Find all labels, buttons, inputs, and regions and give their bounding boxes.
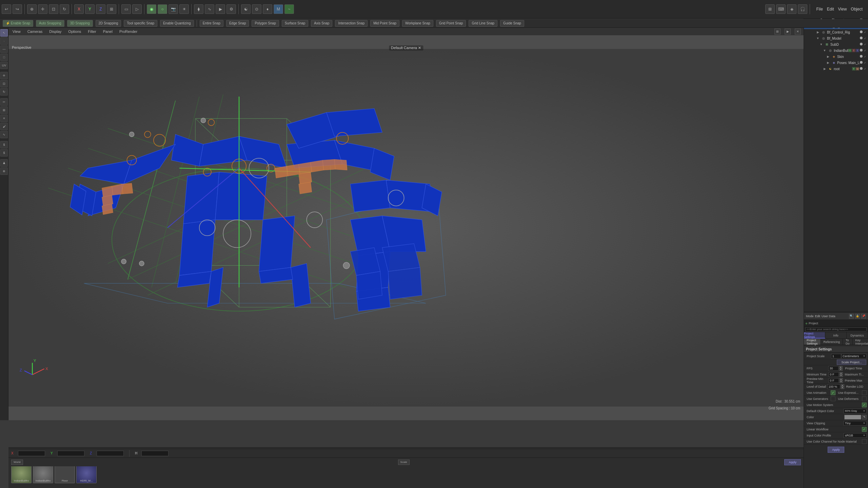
- lock-icon[interactable]: 🔒: [855, 314, 860, 319]
- dynamics-tab[interactable]: Dynamics: [847, 332, 868, 339]
- vis-dot-9[interactable]: [860, 61, 863, 64]
- character-button[interactable]: ☯: [241, 4, 251, 14]
- x-input[interactable]: [18, 451, 45, 456]
- use-deformers-check[interactable]: [862, 396, 867, 401]
- camera-button[interactable]: 📷: [169, 4, 178, 14]
- extrude-tool[interactable]: ⊞: [0, 106, 8, 114]
- tree-item-bullfrog-null[interactable]: ▼ ◎ IndianBullfrog T T T ✓: [804, 47, 868, 54]
- edge-mode-tool[interactable]: —: [0, 45, 8, 53]
- rotate-button[interactable]: ↻: [60, 4, 69, 14]
- tree-item-root[interactable]: ▶ ☯ root T W ✓: [804, 66, 868, 72]
- linear-workflow-check[interactable]: ✓: [862, 427, 867, 432]
- render-dot-5[interactable]: ✓: [863, 37, 867, 40]
- project-scale-input[interactable]: 1: [831, 354, 841, 359]
- z-axis-button[interactable]: Z: [96, 4, 105, 14]
- spline-button[interactable]: ∿: [205, 4, 214, 14]
- object-button[interactable]: ◉: [147, 4, 156, 14]
- y-input[interactable]: [57, 451, 84, 456]
- userdata-tab[interactable]: User Data: [822, 314, 835, 318]
- hair-button[interactable]: ~: [284, 4, 294, 14]
- rectangle-select-button[interactable]: ▭: [121, 4, 131, 14]
- min-time-input[interactable]: 0 F: [829, 372, 839, 377]
- viewport[interactable]: View Cameras Display Options Filter Pane…: [8, 28, 804, 420]
- axis-snap-button[interactable]: Axis Snap: [311, 20, 332, 27]
- viewport-close-button[interactable]: ✕: [795, 28, 801, 35]
- cursor-tool[interactable]: ↖: [0, 29, 8, 37]
- world-coord-button[interactable]: World: [11, 460, 23, 465]
- subtab-project-settings[interactable]: Project Settings: [804, 339, 821, 345]
- surface-snap-button[interactable]: Surface Snap: [282, 20, 309, 27]
- panel-menu-item[interactable]: Panel: [102, 29, 114, 34]
- file-menu[interactable]: File: [815, 7, 824, 12]
- poly-mode-tool[interactable]: □: [0, 54, 8, 61]
- render-dot-9[interactable]: ✓: [863, 61, 867, 64]
- input-color-dropdown[interactable]: sRGB ▼: [844, 433, 867, 438]
- viewport-maximize-button[interactable]: ⊞: [774, 28, 781, 35]
- deformer-button[interactable]: ⧫: [194, 4, 203, 14]
- render-dot-10[interactable]: ✓: [863, 67, 867, 70]
- tree-item-poses[interactable]: ▶ ◈ Poses: Main_Layer ✓: [804, 60, 868, 66]
- color-channel-check[interactable]: [862, 439, 867, 444]
- quantize-button[interactable]: Enable Quantizing: [160, 20, 194, 27]
- console-button[interactable]: ⌨: [776, 4, 786, 14]
- scale-coord-button[interactable]: Scale: [398, 460, 410, 465]
- project-scale-unit[interactable]: Centimeters ▼: [841, 354, 867, 359]
- paint-tool[interactable]: 🖌: [0, 123, 8, 130]
- 3d-snapping-button[interactable]: 3D Snapping: [67, 20, 93, 27]
- fps-down[interactable]: ▼: [839, 368, 843, 371]
- intersection-snap-button[interactable]: Intersection Snap: [335, 20, 368, 27]
- workplane-snap-button[interactable]: Workplane Snap: [402, 20, 433, 27]
- plugin-button[interactable]: ◈: [787, 4, 796, 14]
- color-edit-button[interactable]: ✎: [862, 415, 867, 420]
- color-swatch[interactable]: [844, 415, 861, 420]
- grid-point-snap-button[interactable]: Grid Point Snap: [436, 20, 466, 27]
- z-input[interactable]: [97, 451, 124, 456]
- polygon-snap-button[interactable]: Polygon Snap: [252, 20, 279, 27]
- boole-tool[interactable]: $: [0, 141, 8, 148]
- vis-dot-6[interactable]: [860, 43, 863, 45]
- rotate-tool[interactable]: ↻: [0, 88, 8, 96]
- display-menu-item[interactable]: Display: [48, 29, 63, 34]
- material-tool[interactable]: $: [0, 149, 8, 157]
- cameras-menu-item[interactable]: Cameras: [26, 29, 44, 34]
- knife-tool[interactable]: ✂: [0, 98, 8, 106]
- tree-item-control-rig[interactable]: ▶ ◎ Bf_Control_Rig ✓: [804, 29, 868, 35]
- headphone-button[interactable]: 🎧: [798, 4, 807, 14]
- scene-viewport[interactable]: X Y Z: [8, 35, 804, 420]
- tag-2[interactable]: T: [852, 49, 855, 52]
- scale-tool[interactable]: ⊡: [0, 80, 8, 87]
- render-dot-7[interactable]: ✓: [863, 49, 867, 52]
- lod-up[interactable]: ▲: [841, 384, 844, 387]
- midpoint-snap-button[interactable]: Mid Point Snap: [370, 20, 399, 27]
- undo-button[interactable]: ↩: [2, 4, 11, 14]
- prev-min-down[interactable]: ▼: [840, 381, 843, 383]
- polygon-select-button[interactable]: ▷: [132, 4, 142, 14]
- entire-snap-button[interactable]: Entire Snap: [200, 20, 223, 27]
- subtab-todo[interactable]: To Do: [843, 339, 853, 345]
- use-motion-check[interactable]: ✓: [862, 403, 867, 407]
- mograph-button[interactable]: M: [274, 4, 283, 14]
- filter-menu-item[interactable]: Filter: [86, 29, 97, 34]
- vis-dot-8[interactable]: [860, 55, 863, 58]
- apply-button[interactable]: Apply: [828, 447, 844, 453]
- use-animation-check[interactable]: ✓: [831, 390, 835, 395]
- null-button[interactable]: ○: [158, 4, 167, 14]
- edge-snap-button[interactable]: Edge Snap: [226, 20, 249, 27]
- h-input[interactable]: [141, 451, 169, 456]
- fps-up[interactable]: ▲: [839, 366, 843, 368]
- subtab-referencing[interactable]: Referencing: [821, 339, 843, 345]
- render-button[interactable]: ▶: [216, 4, 225, 14]
- weight-tool[interactable]: ⊕: [0, 167, 8, 175]
- sculpt-button[interactable]: ♦: [263, 4, 272, 14]
- move-button[interactable]: ✛: [38, 4, 47, 14]
- move-tool[interactable]: ✛: [0, 72, 8, 79]
- view-clipping-dropdown[interactable]: Tiny ▼: [844, 421, 867, 426]
- search-icon[interactable]: 🔍: [849, 314, 854, 319]
- use-generators-check[interactable]: [831, 396, 835, 401]
- tree-item-skin[interactable]: ▶ ◈ Skin ✓: [804, 54, 868, 60]
- scale-project-button[interactable]: Scale Project...: [837, 360, 866, 365]
- grid-line-snap-button[interactable]: Grid Line Snap: [469, 20, 497, 27]
- edit-menu[interactable]: Edit: [826, 7, 835, 12]
- auto-snapping-button[interactable]: Auto Snapping: [36, 20, 64, 27]
- info-tab[interactable]: Info: [825, 332, 847, 339]
